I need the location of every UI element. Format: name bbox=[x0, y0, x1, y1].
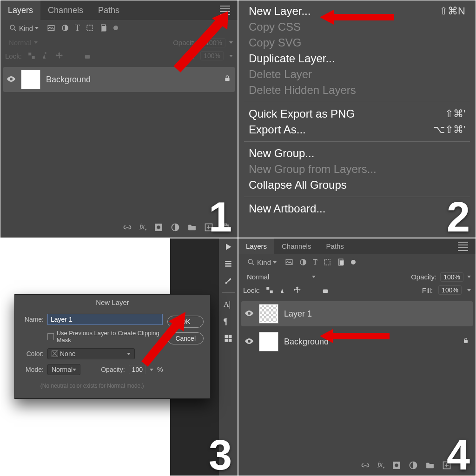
clipping-mask-checkbox[interactable] bbox=[47, 333, 54, 340]
filter-adjust-icon[interactable] bbox=[61, 24, 69, 32]
tab-layers[interactable]: Layers bbox=[238, 238, 274, 254]
annotation-arrow bbox=[320, 8, 394, 26]
blend-mode-select[interactable]: Normal bbox=[243, 272, 319, 282]
svg-rect-24 bbox=[225, 335, 228, 338]
mask-icon[interactable] bbox=[392, 461, 401, 470]
filter-pixel-icon[interactable] bbox=[285, 258, 293, 266]
step-number: 4 bbox=[447, 431, 470, 476]
filter-adjust-icon[interactable] bbox=[299, 258, 307, 266]
link-icon[interactable] bbox=[123, 223, 132, 232]
filter-toggle[interactable] bbox=[351, 260, 356, 264]
fill-label: Fill: bbox=[422, 286, 433, 294]
svg-rect-26 bbox=[225, 339, 228, 342]
visibility-icon[interactable] bbox=[7, 75, 15, 84]
play-icon[interactable] bbox=[224, 242, 233, 251]
name-label: Name: bbox=[21, 316, 44, 323]
step-3: A| ¶ New Layer Name: Use Previous Layer … bbox=[0, 238, 238, 476]
filter-pixel-icon[interactable] bbox=[47, 24, 55, 32]
menu-item[interactable]: Quick Export as PNG⇧⌘' bbox=[238, 106, 476, 122]
lock-artboard-icon[interactable] bbox=[69, 52, 78, 60]
lock-label: Lock: bbox=[5, 52, 22, 60]
step-number: 3 bbox=[209, 431, 232, 476]
svg-rect-12 bbox=[85, 55, 90, 59]
lock-transparent-icon[interactable] bbox=[27, 52, 36, 60]
filter-type-icon[interactable]: T bbox=[313, 258, 317, 266]
filter-shape-icon[interactable] bbox=[323, 258, 331, 266]
svg-rect-21 bbox=[225, 261, 231, 262]
type-icon[interactable]: A| bbox=[224, 300, 233, 310]
swatches-icon[interactable] bbox=[224, 334, 233, 343]
svg-rect-6 bbox=[28, 53, 31, 55]
opacity-label: Opacity: bbox=[411, 273, 436, 281]
lock-paint-icon[interactable] bbox=[41, 52, 50, 60]
layer-thumbnail bbox=[21, 70, 40, 89]
color-select[interactable]: None bbox=[47, 348, 135, 359]
filter-type-icon[interactable]: T bbox=[75, 23, 80, 33]
tab-channels[interactable]: Channels bbox=[274, 238, 318, 254]
menu-item[interactable]: Export As...⌥⇧⌘' bbox=[238, 122, 476, 138]
svg-rect-35 bbox=[266, 287, 269, 290]
mode-select[interactable]: Normal bbox=[47, 364, 80, 375]
visibility-icon[interactable] bbox=[245, 337, 253, 346]
svg-rect-34 bbox=[340, 260, 344, 265]
svg-marker-20 bbox=[226, 244, 231, 250]
lock-transparent-icon[interactable] bbox=[265, 286, 274, 294]
step-2: New Layer...⇧⌘NCopy CSSCopy SVGDuplicate… bbox=[238, 0, 476, 238]
menu-item[interactable]: New Artboard... bbox=[238, 201, 476, 217]
filter-smart-icon[interactable] bbox=[337, 258, 345, 266]
lock-all-icon[interactable] bbox=[321, 286, 330, 294]
filter-smart-icon[interactable] bbox=[99, 24, 108, 32]
layer-name: Background bbox=[46, 75, 218, 85]
step-4: Layers Channels Paths Kind T Normal Opac… bbox=[238, 238, 476, 476]
adjustment-icon[interactable] bbox=[409, 461, 418, 470]
lock-artboard-icon[interactable] bbox=[307, 286, 316, 294]
blend-mode-select[interactable]: Normal bbox=[5, 38, 41, 47]
svg-rect-11 bbox=[71, 53, 76, 59]
svg-rect-39 bbox=[309, 287, 314, 293]
tab-channels[interactable]: Channels bbox=[40, 0, 91, 20]
fill-value[interactable]: 100% bbox=[438, 285, 462, 295]
folder-icon[interactable] bbox=[425, 461, 435, 470]
svg-point-29 bbox=[248, 259, 252, 264]
link-icon[interactable] bbox=[361, 461, 370, 470]
menu-item: Delete Layer bbox=[238, 66, 476, 82]
menu-item[interactable]: Duplicate Layer... bbox=[238, 51, 476, 66]
tab-paths[interactable]: Paths bbox=[318, 238, 351, 254]
filter-kind-label: Kind bbox=[257, 258, 271, 266]
menu-item: New Group from Layers... bbox=[238, 161, 476, 177]
lock-all-icon[interactable] bbox=[83, 52, 92, 60]
tab-paths[interactable]: Paths bbox=[91, 0, 127, 20]
step-1: Layers Channels Paths Kind T Normal Opac… bbox=[0, 0, 238, 238]
lock-paint-icon[interactable] bbox=[279, 286, 288, 294]
menu-item[interactable]: New Group... bbox=[238, 145, 476, 161]
folder-icon[interactable] bbox=[187, 223, 197, 232]
svg-rect-7 bbox=[32, 53, 35, 55]
adjustment-icon[interactable] bbox=[171, 223, 180, 232]
paragraph-icon[interactable]: ¶ bbox=[224, 317, 233, 326]
color-label: Color: bbox=[21, 350, 44, 357]
svg-rect-9 bbox=[32, 56, 35, 59]
lock-move-icon[interactable] bbox=[293, 286, 302, 294]
svg-rect-5 bbox=[102, 26, 106, 31]
filter-toggle[interactable] bbox=[113, 26, 118, 30]
brush-icon[interactable] bbox=[224, 276, 233, 285]
annotation-arrow bbox=[320, 328, 390, 344]
fx-icon[interactable]: fx▾ bbox=[377, 461, 384, 470]
svg-rect-41 bbox=[464, 340, 468, 343]
history-icon[interactable] bbox=[224, 259, 233, 268]
filter-kind[interactable]: Kind bbox=[243, 257, 280, 267]
opacity-value[interactable]: 100% bbox=[440, 272, 463, 282]
mask-icon[interactable] bbox=[154, 223, 163, 232]
svg-rect-22 bbox=[225, 263, 231, 264]
filter-kind[interactable]: Kind bbox=[5, 23, 42, 33]
visibility-icon[interactable] bbox=[245, 310, 253, 318]
menu-item: Copy SVG bbox=[238, 35, 476, 51]
fx-icon[interactable]: fx▾ bbox=[139, 223, 146, 232]
panel-menu-icon[interactable] bbox=[455, 239, 471, 254]
menu-item[interactable]: Collapse All Groups bbox=[238, 177, 476, 193]
tab-layers[interactable]: Layers bbox=[0, 0, 40, 20]
lock-move-icon[interactable] bbox=[55, 52, 64, 60]
filter-shape-icon[interactable] bbox=[86, 24, 94, 32]
layer-layer1[interactable]: Layer 1 bbox=[241, 301, 473, 326]
lock-label: Lock: bbox=[243, 286, 260, 294]
